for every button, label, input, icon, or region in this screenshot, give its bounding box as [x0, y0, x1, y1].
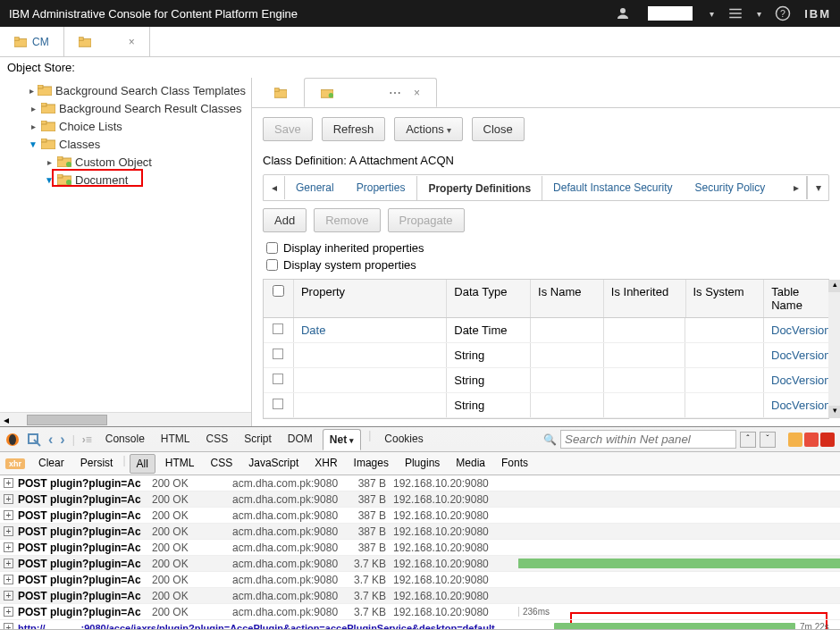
net-request-row[interactable]: +POST plugin?plugin=Ac200 OKacm.dha.com.…: [0, 491, 840, 508]
command-line-icon[interactable]: ›≡: [82, 433, 92, 446]
close-icon[interactable]: ×: [129, 36, 135, 48]
help-icon[interactable]: ?: [775, 5, 791, 21]
close-button[interactable]: Close: [472, 117, 525, 141]
expand-icon[interactable]: +: [4, 559, 13, 568]
net-filter[interactable]: Clear: [32, 454, 71, 474]
menu-icon[interactable]: [727, 5, 743, 21]
remove-button[interactable]: Remove: [314, 208, 380, 232]
expand-icon[interactable]: +: [4, 526, 13, 536]
firebug-icon[interactable]: [5, 433, 20, 447]
xhr-badge[interactable]: xhr: [5, 458, 25, 469]
system-checkbox-row[interactable]: Display system properties: [252, 256, 840, 273]
net-request-row[interactable]: +POST plugin?plugin=Ac200 OKacm.dha.com.…: [0, 524, 840, 540]
tree-item[interactable]: ▼Document: [5, 171, 246, 189]
tree-item[interactable]: ▸Background Search Result Classes: [5, 99, 246, 117]
col-isname[interactable]: Is Name: [531, 280, 604, 317]
row-expand-icon[interactable]: [273, 399, 283, 409]
expand-icon[interactable]: +: [4, 478, 13, 488]
system-checkbox[interactable]: [266, 259, 278, 271]
add-button[interactable]: Add: [263, 208, 307, 232]
expand-icon[interactable]: +: [4, 510, 13, 520]
grid-row[interactable]: StringDocVersion: [264, 343, 828, 368]
scroll-tabs-right[interactable]: ▸: [785, 176, 807, 199]
tree-item[interactable]: ▸Background Search Class Templates: [5, 81, 246, 99]
tree-horizontal-scrollbar[interactable]: ◂: [0, 412, 251, 426]
chevron-right-icon[interactable]: ▸: [29, 104, 38, 113]
net-filter[interactable]: Media: [449, 454, 491, 474]
caret-icon[interactable]: ▾: [757, 9, 761, 19]
search-input[interactable]: [560, 430, 736, 449]
grid-row[interactable]: StringDocVersion: [264, 393, 828, 418]
grid-row[interactable]: StringDocVersion: [264, 368, 828, 393]
tree-item[interactable]: ▸Custom Object: [5, 153, 246, 171]
back-icon[interactable]: ‹: [48, 432, 53, 448]
net-request-row[interactable]: +POST plugin?plugin=Ac200 OKacm.dha.com.…: [0, 588, 840, 604]
net-filter[interactable]: All: [130, 454, 155, 474]
expand-icon[interactable]: +: [4, 607, 13, 617]
propagate-button[interactable]: Propagate: [388, 208, 465, 232]
col-isinherited[interactable]: Is Inherited: [604, 280, 686, 317]
net-request-row-long[interactable]: +http://:9080/acce/jaxrs/plugin?plugin=A…: [0, 620, 840, 629]
sub-tab[interactable]: Security Policy: [685, 175, 777, 200]
scroll-tabs-left[interactable]: ◂: [264, 176, 285, 199]
net-filter[interactable]: Plugins: [399, 454, 446, 474]
net-filter[interactable]: HTML: [159, 454, 201, 474]
grid-scrollbar[interactable]: ▴▾: [828, 280, 840, 418]
tree-item[interactable]: ▸Choice Lists: [5, 117, 246, 135]
expand-icon[interactable]: +: [4, 575, 13, 584]
cell-tablename[interactable]: DocVersion: [764, 393, 828, 417]
net-filter[interactable]: Persist: [74, 454, 120, 474]
cell-tablename[interactable]: DocVersion: [764, 368, 828, 392]
inner-tab-active[interactable]: ⋯ ×: [304, 78, 437, 107]
tab-cm[interactable]: CM: [0, 27, 64, 56]
chevron-right-icon[interactable]: ▸: [29, 86, 34, 96]
net-filter[interactable]: CSS: [205, 454, 239, 474]
ellipsis-icon[interactable]: ⋯: [389, 86, 403, 100]
cell-property[interactable]: Date: [294, 318, 447, 342]
close-devtools-button[interactable]: [820, 433, 835, 447]
chevron-down-icon[interactable]: ▼: [29, 139, 38, 149]
col-tablename[interactable]: Table Name: [764, 280, 828, 317]
chevron-down-icon[interactable]: ▼: [45, 175, 54, 185]
minimize-button[interactable]: [788, 433, 802, 447]
devtools-tab[interactable]: HTML: [155, 429, 197, 450]
search-prev[interactable]: ˆ: [740, 432, 756, 448]
net-filter[interactable]: Fonts: [495, 454, 534, 474]
net-request-row[interactable]: +POST plugin?plugin=Ac200 OKacm.dha.com.…: [0, 508, 840, 524]
row-expand-icon[interactable]: [273, 323, 283, 334]
save-button[interactable]: Save: [263, 117, 313, 141]
popout-button[interactable]: [804, 433, 819, 447]
col-issystem[interactable]: Is System: [686, 280, 765, 317]
actions-button[interactable]: Actions: [394, 117, 462, 141]
chevron-right-icon[interactable]: ▸: [29, 122, 38, 131]
row-expand-icon[interactable]: [273, 374, 283, 384]
tree-item[interactable]: ▼Classes: [5, 135, 246, 153]
net-request-row[interactable]: +POST plugin?plugin=Ac200 OKacm.dha.com.…: [0, 556, 840, 572]
expand-icon[interactable]: +: [4, 623, 13, 629]
cell-tablename[interactable]: DocVersion: [764, 343, 828, 367]
close-icon[interactable]: ×: [414, 87, 420, 99]
net-request-row[interactable]: +POST plugin?plugin=Ac200 OKacm.dha.com.…: [0, 604, 840, 620]
sub-tab[interactable]: Property Definitions: [416, 176, 542, 200]
inner-tab-root[interactable]: [257, 78, 304, 107]
inspect-icon[interactable]: [27, 433, 41, 447]
inherited-checkbox[interactable]: [266, 242, 278, 254]
devtools-tab[interactable]: DOM: [281, 429, 319, 450]
net-request-row[interactable]: +POST plugin?plugin=Ac200 OKacm.dha.com.…: [0, 475, 840, 491]
sub-tab[interactable]: General: [285, 175, 346, 200]
devtools-tab[interactable]: Script: [238, 429, 278, 450]
cell-tablename[interactable]: DocVersion: [764, 318, 828, 342]
tab-overflow-menu[interactable]: ▾: [807, 176, 828, 199]
select-all-checkbox[interactable]: [273, 285, 284, 297]
expand-icon[interactable]: +: [4, 591, 13, 601]
chevron-right-icon[interactable]: ▸: [45, 157, 54, 167]
devtools-tab[interactable]: Console: [99, 429, 151, 450]
inherited-checkbox-row[interactable]: Display inherited properties: [252, 239, 840, 256]
net-request-row[interactable]: +POST plugin?plugin=Ac200 OKacm.dha.com.…: [0, 572, 840, 588]
col-property[interactable]: Property: [294, 280, 447, 317]
sub-tab[interactable]: Properties: [346, 175, 417, 200]
forward-icon[interactable]: ›: [60, 432, 64, 448]
devtools-tab[interactable]: CSS: [199, 429, 234, 450]
user-dropdown[interactable]: [648, 6, 693, 21]
col-datatype[interactable]: Data Type: [447, 280, 531, 317]
